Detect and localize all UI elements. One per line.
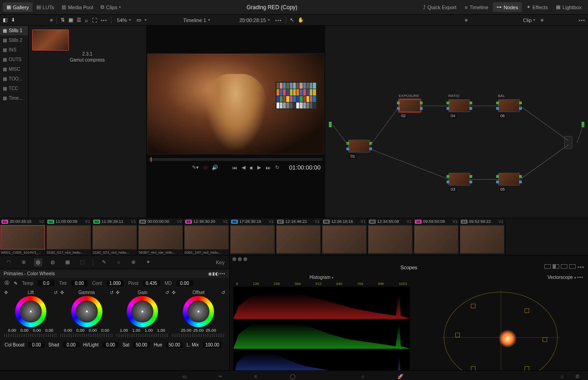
picker-icon[interactable]: ✎▾	[192, 164, 199, 170]
lmix-value[interactable]: 100.00	[203, 342, 222, 348]
temp-value[interactable]: 0.0	[38, 280, 54, 286]
layout-2-icon[interactable]	[553, 264, 559, 269]
md-value[interactable]: 0.00	[176, 280, 193, 286]
fairlight-page-icon[interactable]: ♪	[362, 374, 370, 380]
log-mode-icon[interactable]: ◐	[215, 271, 219, 276]
media-pool-tab[interactable]: ▥ Media Pool	[58, 2, 97, 12]
histogram-scope[interactable]: Histogram ▾ 01282563845126407688961023	[230, 272, 413, 380]
node-05[interactable]: 05	[498, 173, 520, 186]
auto-balance-icon[interactable]: Ⓐ	[5, 280, 9, 286]
node-more-icon[interactable]: •••	[578, 17, 585, 23]
sidebar-item-ins[interactable]: ▦ INS	[0, 45, 28, 55]
wheels-icon[interactable]: ◎	[34, 258, 42, 267]
lightbox-tab[interactable]: ▦ Lightbox	[552, 2, 585, 12]
viewer-timecode[interactable]: 01:00:00:00	[289, 164, 321, 171]
scopes-more-icon[interactable]: •••	[577, 264, 584, 270]
home-icon[interactable]: ⌂	[560, 374, 569, 380]
loop-icon[interactable]: ↻	[275, 164, 279, 170]
zoom-select[interactable]: 54%▾	[115, 17, 133, 23]
prev-icon[interactable]: ◀	[242, 164, 245, 170]
gallery-tab[interactable]: ▦ Gallery	[3, 2, 33, 12]
sidebar-item-stills1[interactable]: ▦ Stills 1	[0, 26, 28, 35]
luts-tab[interactable]: ▤ LUTs	[33, 2, 58, 12]
wheel-mode-icon[interactable]: ◉	[208, 271, 212, 276]
color-wheel-offset[interactable]: ✜Offset↺25.0025.0025.00	[172, 290, 225, 337]
clip-dot[interactable]	[541, 19, 543, 22]
first-frame-icon[interactable]: ⏮	[232, 165, 237, 170]
pointer-icon[interactable]: ↖	[290, 17, 294, 23]
magic-mask-icon[interactable]: ✦	[144, 258, 152, 267]
sidebar-item-outs[interactable]: ▦ OUTS	[0, 55, 28, 64]
more-icon[interactable]: •••	[101, 17, 107, 23]
node-input[interactable]	[329, 122, 332, 127]
node-06[interactable]: BAL06	[498, 99, 520, 112]
hue-value[interactable]: 50.00	[166, 342, 183, 348]
edit-page-icon[interactable]: ≡	[254, 374, 262, 380]
marker-dot[interactable]	[50, 19, 53, 22]
node-01[interactable]: 01	[348, 140, 370, 153]
node-graph[interactable]: 01EXPOSURE02RATIO04BAL060305	[325, 26, 588, 218]
thumbnail-clip[interactable]: 0512:38:30:20V10361_197_red_heliu...	[184, 218, 230, 255]
contrast-value[interactable]: 1.000	[107, 280, 124, 286]
search-icon[interactable]: ⌕	[85, 17, 88, 23]
viewer-image[interactable]	[147, 53, 324, 154]
view-mode-icon[interactable]: ▭	[136, 17, 141, 23]
sort-icon[interactable]: ⇅	[61, 17, 65, 23]
deliver-page-icon[interactable]: 🚀	[397, 374, 406, 380]
timeline-tab[interactable]: ≡ Timeline	[461, 2, 492, 12]
thumbnail-clip[interactable]: 0120:00:28:15V2W001_C005_1014V3_...	[0, 218, 46, 255]
grid-view-icon[interactable]: ▦	[68, 17, 73, 23]
node-03[interactable]: 03	[448, 173, 470, 186]
picker-icon-2[interactable]: ✎	[14, 281, 17, 286]
curves-icon[interactable]: ◠	[5, 258, 13, 267]
thumbnail-clip[interactable]: 0812:26:18:16V1	[322, 218, 368, 255]
nodes-tab[interactable]: ⊶ Nodes	[493, 2, 522, 12]
layout-4-icon[interactable]	[561, 264, 567, 269]
media-page-icon[interactable]: ▭	[182, 374, 191, 380]
motion-icon[interactable]: ⬚	[78, 258, 86, 267]
sidebar-item-too[interactable]: ▦ TOO...	[0, 74, 28, 84]
thumbnail-clip[interactable]: 0211:05:00:09V10182_017_red_heliu...	[46, 218, 92, 255]
clip-mode-select[interactable]: Clip▾	[521, 17, 537, 23]
pivot-value[interactable]: 0.435	[143, 280, 160, 286]
sidebar-toggle-icon[interactable]: ◧	[3, 17, 7, 23]
thumbnail-clip[interactable]: 1009:59:50:08V1	[413, 218, 459, 255]
timecode-display[interactable]: 20:00:28:15▾	[237, 17, 271, 23]
bypass-icon[interactable]: ◇	[204, 164, 207, 170]
layout-1-icon[interactable]	[544, 264, 551, 269]
color-page-icon[interactable]	[326, 374, 334, 380]
thumbnail-clip[interactable]: 0912:34:55:08V1	[368, 218, 413, 255]
clips-tab[interactable]: ⧉ Clips ▾	[97, 2, 124, 12]
tint-value[interactable]: 0.00	[71, 280, 88, 286]
stop-icon[interactable]: ■	[250, 165, 253, 170]
layout-5-icon[interactable]	[569, 264, 576, 269]
shad-value[interactable]: 0.00	[63, 342, 79, 348]
viewer-more-icon[interactable]: •••	[275, 17, 282, 23]
hand-icon[interactable]: ✋	[298, 17, 304, 23]
color-wheel-gain[interactable]: ✜Gain↺1.001.001.001.00	[116, 290, 169, 337]
vectorscope-scope[interactable]: Vectorscope ▾ •••	[413, 272, 588, 380]
fusion-page-icon[interactable]: ◯	[290, 374, 298, 380]
sidebar-item-misc[interactable]: ▦ MISC	[0, 64, 28, 74]
expand-icon[interactable]: ⛶	[92, 17, 97, 23]
thumbnail-clip[interactable]: 0311:36:29:11V10182_072_red_heliu...	[92, 218, 138, 255]
hilight-value[interactable]: 0.00	[102, 342, 119, 348]
download-icon[interactable]: ⬇	[11, 17, 15, 23]
still-thumbnail[interactable]: 2.3.1 Gamut compress	[32, 29, 142, 62]
thumbnail-clip[interactable]: 0617:28:30:16V1	[230, 218, 276, 255]
cut-page-icon[interactable]: ✂	[218, 374, 226, 380]
primaries-more-icon[interactable]: •••	[219, 271, 226, 276]
node-04[interactable]: RATIO04	[448, 99, 470, 112]
sidebar-item-stills2[interactable]: ▦ Stills 2	[0, 35, 28, 45]
color-wheel-gamma[interactable]: ✜Gamma↺0.000.000.000.00	[60, 290, 113, 337]
play-icon[interactable]: ▶	[257, 164, 261, 170]
key-tab[interactable]: Key	[216, 260, 225, 265]
settings-icon[interactable]: ⚙	[575, 374, 583, 380]
colboost-value[interactable]: 0.00	[28, 342, 45, 348]
tracker-icon[interactable]: ⊕	[129, 258, 137, 267]
effects-tab[interactable]: ✦ Effects	[523, 2, 551, 12]
thumbnail-clip[interactable]: 1109:52:58:22V1	[459, 218, 505, 255]
node-marker[interactable]	[465, 19, 468, 22]
node-02[interactable]: EXPOSURE02	[399, 99, 421, 112]
rgb-mixer-icon[interactable]: ▦	[63, 258, 72, 267]
